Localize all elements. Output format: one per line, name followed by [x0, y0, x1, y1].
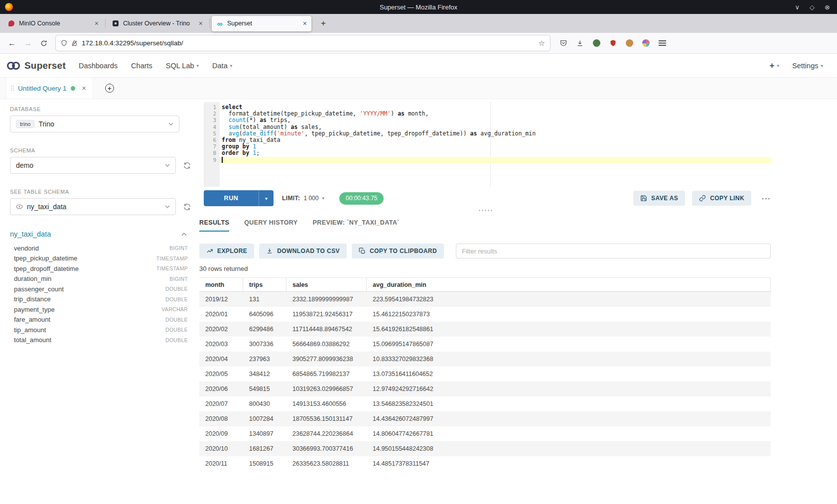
column-row[interactable]: fare_amountDOUBLE [10, 315, 192, 325]
insecure-lock-icon[interactable] [71, 40, 78, 47]
run-split-button[interactable]: RUN ▾ [204, 190, 274, 206]
extension-icon-cookie[interactable] [625, 39, 634, 48]
window-title: Superset — Mozilla Firefox [0, 3, 837, 11]
table-row[interactable]: 2020/10168126730366993.70037741614.95015… [199, 441, 771, 456]
results-pane: RESULTS QUERY HISTORY PREVIEW: `NY_TAXI_… [199, 219, 771, 467]
table-row[interactable]: 2020/11150891526335623.5802881114.485173… [199, 456, 771, 467]
column-row[interactable]: total_amountDOUBLE [10, 335, 192, 346]
run-button[interactable]: RUN [204, 190, 259, 206]
editor-code[interactable]: select format_datetime(tpep_pickup_datet… [220, 102, 771, 187]
table-row[interactable]: 2020/053484126854865.71998213713.0735164… [199, 367, 771, 381]
table-cell: 23628744.220236864 [286, 430, 367, 437]
code-line[interactable]: from ny_taxi_data [220, 137, 771, 143]
url-text[interactable]: 172.18.0.4:32295/superset/sqllab/ [82, 39, 535, 47]
table-select[interactable]: ny_taxi_data [10, 198, 176, 215]
code-line[interactable]: group by 1 [220, 143, 771, 150]
nav-item-data[interactable]: Data▾ [212, 62, 232, 70]
column-header[interactable]: sales [286, 278, 367, 291]
pocket-icon[interactable] [559, 39, 568, 48]
column-header[interactable]: avg_duration_min [367, 278, 771, 291]
table-name[interactable]: ny_taxi_data [10, 230, 51, 238]
sql-editor[interactable]: 123456789 select format_datetime(tpep_pi… [204, 102, 771, 187]
code-line[interactable]: format_datetime(tpep_pickup_datetime, 'Y… [220, 111, 771, 117]
close-tab-icon[interactable]: × [95, 20, 99, 27]
save-as-button[interactable]: SAVE AS [633, 191, 685, 206]
column-row[interactable]: tpep_dropoff_datetimeTIMESTAMP [10, 263, 192, 274]
run-options-caret[interactable]: ▾ [259, 190, 274, 206]
close-tab-icon[interactable]: × [303, 20, 307, 27]
extension-icon-green[interactable] [592, 39, 601, 48]
column-name: tip_amount [14, 326, 46, 334]
column-row[interactable]: payment_typeVARCHAR [10, 304, 192, 315]
new-tab-button[interactable]: + [317, 17, 330, 30]
close-tab-icon[interactable]: × [199, 20, 203, 27]
explore-button[interactable]: EXPLORE [199, 244, 254, 258]
column-row[interactable]: trip_distanceDOUBLE [10, 294, 192, 305]
table-row[interactable]: 2020/09134089723628744.22023686414.80604… [199, 426, 771, 441]
column-header[interactable]: trips [243, 278, 286, 291]
menu-hamburger-icon[interactable] [658, 39, 667, 48]
address-bar[interactable]: 172.18.0.4:32295/superset/sqllab/ ☆ [56, 35, 550, 51]
column-row[interactable]: vendoridBIGINT [10, 243, 192, 253]
table-row[interactable]: 2020/042379633905277.809993623810.833327… [199, 352, 771, 367]
downloads-icon[interactable] [575, 39, 584, 48]
tab-preview[interactable]: PREVIEW: `NY_TAXI_DATA` [313, 219, 400, 232]
drag-handle-icon[interactable] [11, 86, 14, 91]
column-row[interactable]: duration_minBIGINT [10, 274, 192, 284]
add-query-tab-button[interactable]: + [105, 84, 114, 93]
column-row[interactable]: tip_amountDOUBLE [10, 325, 192, 335]
table-row[interactable]: 2020/03300733656664869.0388629215.096995… [199, 337, 771, 352]
browser-tab-superset[interactable]: ∞ Superset × [212, 16, 311, 31]
settings-menu[interactable]: Settings▾ [792, 62, 823, 70]
maximize-icon[interactable]: ◇ [810, 3, 815, 11]
query-tab[interactable]: Untitled Query 1 × [6, 78, 93, 99]
tab-query-history[interactable]: QUERY HISTORY [244, 219, 297, 232]
table-row[interactable]: 2020/08100728418705536.15013114714.43642… [199, 411, 771, 426]
database-select[interactable]: trino Trino [10, 116, 179, 132]
shield-icon[interactable] [61, 39, 67, 47]
download-csv-button[interactable]: DOWNLOAD TO CSV [259, 244, 347, 258]
table-row[interactable]: 2020/0654981510319263.02996685712.974924… [199, 381, 771, 396]
forward-button[interactable]: → [21, 36, 35, 50]
browser-tab-minio[interactable]: MinIO Console × [3, 16, 103, 31]
new-dropdown-button[interactable]: +▾ [770, 61, 779, 71]
filter-results-input[interactable] [456, 244, 771, 258]
refresh-table-icon[interactable] [182, 202, 192, 212]
more-options-icon[interactable]: ⋯ [761, 193, 771, 204]
chevron-down-icon: ▾ [322, 196, 324, 201]
table-row[interactable]: 2019/121312332.1899999999987223.59541984… [199, 292, 771, 307]
nav-item-sqllab[interactable]: SQL Lab▾ [166, 62, 199, 70]
browser-tab-trino[interactable]: Cluster Overview - Trino × [108, 16, 207, 31]
copy-link-button[interactable]: COPY LINK [692, 191, 751, 206]
table-cell: 13.073516411604652 [367, 371, 771, 378]
close-query-tab-icon[interactable]: × [82, 84, 86, 92]
column-header[interactable]: month [199, 278, 243, 291]
back-button[interactable]: ← [5, 36, 19, 50]
superset-brand[interactable]: Superset [7, 60, 66, 71]
limit-dropdown[interactable]: LIMIT: 1 000 ▾ [282, 195, 324, 202]
ublock-shield-icon[interactable] [608, 39, 617, 48]
code-line[interactable]: avg(date_diff('minute', tpep_pickup_date… [220, 130, 771, 137]
chevron-up-icon[interactable] [181, 233, 187, 236]
table-row[interactable]: 2020/026299486117114448.8946754215.64192… [199, 322, 771, 337]
pane-resize-handle[interactable] [479, 210, 492, 211]
refresh-schema-icon[interactable] [182, 160, 192, 170]
chevron-down-icon [168, 123, 173, 126]
copy-to-clipboard-button[interactable]: COPY TO CLIPBOARD [352, 244, 444, 258]
code-line[interactable]: order by 1; [220, 150, 771, 156]
bookmark-star-icon[interactable]: ☆ [539, 39, 545, 48]
schema-select[interactable]: demo [10, 157, 176, 174]
tab-results[interactable]: RESULTS [199, 219, 229, 232]
column-row[interactable]: passenger_countDOUBLE [10, 284, 192, 294]
nav-item-charts[interactable]: Charts [131, 62, 152, 70]
extension-icon-pinwheel[interactable] [641, 39, 650, 48]
table-cell: 3007336 [243, 341, 286, 348]
column-row[interactable]: tpep_pickup_datetimeTIMESTAMP [10, 253, 192, 264]
close-window-icon[interactable]: ⊗ [825, 3, 830, 11]
code-line[interactable] [220, 157, 771, 163]
table-row[interactable]: 2020/0780043014913153.460055613.54682358… [199, 396, 771, 411]
minimize-icon[interactable]: ∨ [795, 3, 800, 11]
reload-button[interactable] [37, 36, 51, 50]
nav-item-dashboards[interactable]: Dashboards [79, 62, 118, 70]
table-row[interactable]: 2020/016405096119538721.9245631715.46122… [199, 307, 771, 322]
